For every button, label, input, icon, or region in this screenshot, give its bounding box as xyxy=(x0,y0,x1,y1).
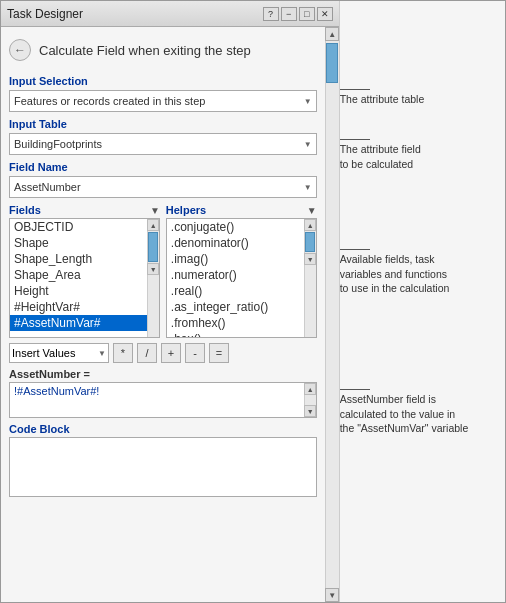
expression-box: !#AssetNumVar#! ▲ ▼ xyxy=(9,382,317,418)
list-item[interactable]: .real() xyxy=(167,283,304,299)
fields-helpers-section: Fields ▼ OBJECTID Shape Shape_Length Sha… xyxy=(9,204,317,338)
expr-scroll-down[interactable]: ▼ xyxy=(304,405,316,417)
helpers-scroll-up[interactable]: ▲ xyxy=(304,219,316,231)
main-panel: Task Designer ? − □ ✕ ← Calculate Field … xyxy=(1,1,340,602)
attr-table-annotation: The attribute table xyxy=(340,89,505,106)
fields-header: Fields ▼ xyxy=(9,204,160,216)
insert-values-label: Insert Values xyxy=(12,347,75,359)
list-item[interactable]: .numerator() xyxy=(167,267,304,283)
list-item[interactable]: .fromhex() xyxy=(167,315,304,331)
fields-list-inner: OBJECTID Shape Shape_Length Shape_Area H… xyxy=(10,219,147,337)
insert-values-arrow: ▼ xyxy=(98,349,106,358)
fields-scroll-thumb[interactable] xyxy=(148,232,158,262)
fields-filter-icon[interactable]: ▼ xyxy=(150,205,160,216)
expression-label: AssetNumber = xyxy=(9,368,317,380)
title-bar: Task Designer ? − □ ✕ xyxy=(1,1,339,27)
input-selection-dropdown[interactable]: Features or records created in this step… xyxy=(9,90,317,112)
window-title: Task Designer xyxy=(7,7,83,21)
helpers-header: Helpers ▼ xyxy=(166,204,317,216)
divide-button[interactable]: / xyxy=(137,343,157,363)
scroll-up-arrow[interactable]: ▲ xyxy=(325,27,339,41)
list-item[interactable]: .denominator() xyxy=(167,235,304,251)
field-name-value: AssetNumber xyxy=(14,181,81,193)
list-item[interactable]: .conjugate() xyxy=(167,219,304,235)
input-selection-value: Features or records created in this step xyxy=(14,95,205,107)
code-block-area[interactable] xyxy=(9,437,317,497)
fields-listbox: OBJECTID Shape Shape_Length Shape_Area H… xyxy=(9,218,160,338)
equals-button[interactable]: = xyxy=(209,343,229,363)
helpers-label: Helpers xyxy=(166,204,206,216)
avail-fields-text: Available fields, taskvariables and func… xyxy=(340,253,450,294)
attr-field-text: The attribute fieldto be calculated xyxy=(340,143,421,170)
multiply-button[interactable]: * xyxy=(113,343,133,363)
list-item[interactable]: OBJECTID xyxy=(10,219,147,235)
list-item-selected[interactable]: #AssetNumVar# xyxy=(10,315,147,331)
helpers-column: Helpers ▼ .conjugate() .denominator() .i… xyxy=(166,204,317,338)
content-area: ← Calculate Field when exiting the step … xyxy=(1,27,325,602)
add-button[interactable]: + xyxy=(161,343,181,363)
fields-scroll-up[interactable]: ▲ xyxy=(147,219,159,231)
attr-field-annotation: The attribute fieldto be calculated xyxy=(340,139,505,171)
input-table-label: Input Table xyxy=(9,118,317,130)
helpers-scrollbar: ▲ ▼ xyxy=(304,219,316,337)
field-name-dropdown[interactable]: AssetNumber ▼ xyxy=(9,176,317,198)
task-designer-window: Task Designer ? − □ ✕ ← Calculate Field … xyxy=(0,0,506,603)
back-button[interactable]: ← xyxy=(9,39,31,61)
helpers-scroll-down[interactable]: ▼ xyxy=(304,253,316,265)
scroll-thumb[interactable] xyxy=(326,43,338,83)
expression-value[interactable]: !#AssetNumVar#! xyxy=(10,383,304,417)
fields-scrollbar: ▲ ▼ xyxy=(147,219,159,337)
input-table-value: BuildingFootprints xyxy=(14,138,102,150)
fields-column: Fields ▼ OBJECTID Shape Shape_Length Sha… xyxy=(9,204,160,338)
list-item[interactable]: .hex() xyxy=(167,331,304,337)
scroll-down-arrow[interactable]: ▼ xyxy=(325,588,339,602)
insert-values-dropdown[interactable]: Insert Values ▼ xyxy=(9,343,109,363)
title-controls: ? − □ ✕ xyxy=(263,7,333,21)
list-item[interactable]: Shape xyxy=(10,235,147,251)
list-item[interactable]: #HeightVar# xyxy=(10,299,147,315)
fields-label: Fields xyxy=(9,204,41,216)
list-item[interactable]: Height xyxy=(10,283,147,299)
list-item[interactable]: Shape_Length xyxy=(10,251,147,267)
helpers-listbox: .conjugate() .denominator() .imag() .num… xyxy=(166,218,317,338)
step-title: Calculate Field when exiting the step xyxy=(39,43,251,58)
subtract-button[interactable]: - xyxy=(185,343,205,363)
list-item[interactable]: Shape_Area xyxy=(10,267,147,283)
calc-note-annotation: AssetNumber field iscalculated to the va… xyxy=(340,389,505,436)
list-item[interactable]: .imag() xyxy=(167,251,304,267)
annotations-panel: The attribute table The attribute fieldt… xyxy=(340,1,505,602)
calc-note-text: AssetNumber field iscalculated to the va… xyxy=(340,393,469,434)
fields-scroll-down[interactable]: ▼ xyxy=(147,263,159,275)
code-block-label: Code Block xyxy=(9,423,317,435)
close-button[interactable]: ✕ xyxy=(317,7,333,21)
input-table-dropdown[interactable]: BuildingFootprints ▼ xyxy=(9,133,317,155)
input-table-arrow: ▼ xyxy=(304,140,312,149)
attr-table-text: The attribute table xyxy=(340,93,425,105)
field-name-label: Field Name xyxy=(9,161,317,173)
expression-scrollbar: ▲ ▼ xyxy=(304,383,316,417)
expr-scroll-up[interactable]: ▲ xyxy=(304,383,316,395)
input-selection-label: Input Selection xyxy=(9,75,317,87)
helpers-filter-icon[interactable]: ▼ xyxy=(307,205,317,216)
list-item[interactable]: .as_integer_ratio() xyxy=(167,299,304,315)
avail-fields-annotation: Available fields, taskvariables and func… xyxy=(340,249,505,296)
header-section: ← Calculate Field when exiting the step xyxy=(9,35,317,65)
help-button[interactable]: ? xyxy=(263,7,279,21)
minimize-button[interactable]: − xyxy=(281,7,297,21)
helpers-scroll-thumb[interactable] xyxy=(305,232,315,252)
operators-row: Insert Values ▼ * / + - = xyxy=(9,343,317,363)
main-scrollbar: ▲ ▼ xyxy=(325,27,339,602)
helpers-list-inner: .conjugate() .denominator() .imag() .num… xyxy=(167,219,304,337)
field-name-arrow: ▼ xyxy=(304,183,312,192)
maximize-button[interactable]: □ xyxy=(299,7,315,21)
input-selection-arrow: ▼ xyxy=(304,97,312,106)
